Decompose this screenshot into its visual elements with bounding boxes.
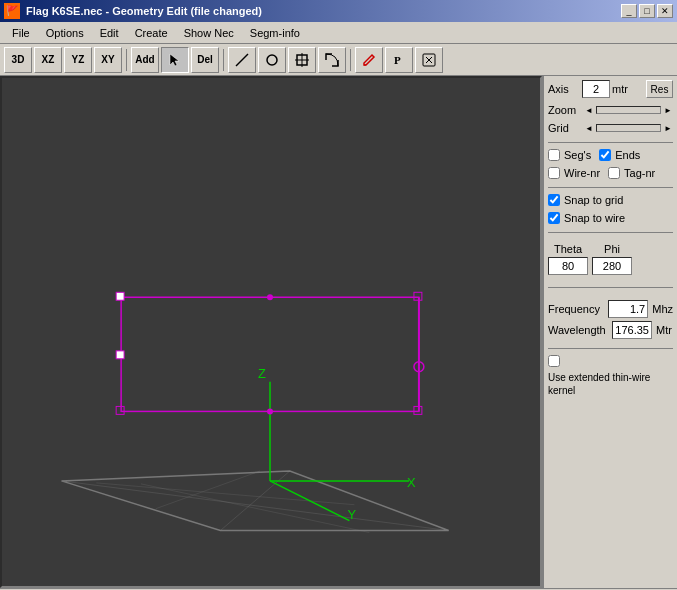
pencil-icon: [361, 52, 377, 68]
zoom-row: Zoom ◄ ►: [548, 104, 673, 116]
extended-kernel-row: Use extended thin-wire kernel: [548, 355, 673, 397]
wavelength-row: Wavelength Mtr: [548, 321, 673, 339]
tag-nr-label: Tag-nr: [624, 167, 655, 179]
svg-text:Z: Z: [258, 366, 266, 381]
menu-show-nec[interactable]: Show Nec: [176, 25, 242, 41]
grid-label: Grid: [548, 122, 580, 134]
theta-label: Theta: [554, 243, 582, 255]
p-tool-button[interactable]: P: [385, 47, 413, 73]
axis-row: Axis mtr Res: [548, 80, 673, 98]
toolbar-separator-1: [126, 49, 127, 71]
grid-track[interactable]: [596, 124, 661, 132]
panel-divider-5: [548, 348, 673, 349]
canvas-area[interactable]: Z Y X: [0, 76, 542, 588]
svg-text:X: X: [407, 475, 416, 490]
grid-row: Grid ◄ ►: [548, 122, 673, 134]
theta-phi-row: Theta Phi: [548, 243, 673, 275]
wavelength-input[interactable]: [612, 321, 652, 339]
edit-tool-button[interactable]: [355, 47, 383, 73]
phi-label: Phi: [604, 243, 620, 255]
wire-tool-button[interactable]: [228, 47, 256, 73]
menu-edit[interactable]: Edit: [92, 25, 127, 41]
view-yz-button[interactable]: YZ: [64, 47, 92, 73]
panel-divider-1: [548, 142, 673, 143]
snap-grid-checkbox[interactable]: [548, 194, 560, 206]
panel-divider-4: [548, 287, 673, 288]
ends-checkbox[interactable]: [599, 149, 611, 161]
minimize-button[interactable]: _: [621, 4, 637, 18]
arc-tool-button[interactable]: [258, 47, 286, 73]
svg-marker-0: [170, 54, 179, 66]
transform-icon: [324, 52, 340, 68]
settings-icon: [421, 52, 437, 68]
zoom-right-arrow[interactable]: ►: [663, 106, 673, 115]
res-button[interactable]: Res: [646, 80, 673, 98]
del-button[interactable]: Del: [191, 47, 219, 73]
app-icon: 🚩: [4, 3, 20, 19]
svg-rect-26: [116, 292, 124, 300]
tag-nr-checkbox[interactable]: [608, 167, 620, 179]
zoom-left-arrow[interactable]: ◄: [584, 106, 594, 115]
axis-label: Axis: [548, 83, 580, 95]
menu-create[interactable]: Create: [127, 25, 176, 41]
frequency-section: Frequency Mhz Wavelength Mtr: [548, 300, 673, 342]
toolbar-separator-3: [350, 49, 351, 71]
snap-grid-label: Snap to grid: [564, 194, 623, 206]
arrow-tool-button[interactable]: [161, 47, 189, 73]
wire-nr-row: Wire-nr Tag-nr: [548, 167, 673, 179]
arc-icon: [264, 52, 280, 68]
axis-input[interactable]: [582, 80, 610, 98]
zoom-track[interactable]: [596, 106, 661, 114]
snap-wire-label: Snap to wire: [564, 212, 625, 224]
svg-point-33: [267, 408, 273, 414]
svg-text:Y: Y: [347, 507, 356, 522]
wire-nr-checkbox[interactable]: [548, 167, 560, 179]
move-icon: [294, 52, 310, 68]
add-button[interactable]: Add: [131, 47, 159, 73]
transform-tool-button[interactable]: [318, 47, 346, 73]
grid-right-arrow[interactable]: ►: [663, 124, 673, 133]
window-title: Flag K6SE.nec - Geometry Edit (file chan…: [26, 5, 262, 17]
menu-file[interactable]: File: [4, 25, 38, 41]
view-xz-button[interactable]: XZ: [34, 47, 62, 73]
panel-divider-3: [548, 232, 673, 233]
extended-kernel-checkbox[interactable]: [548, 355, 560, 367]
frequency-row: Frequency Mhz: [548, 300, 673, 318]
frequency-input[interactable]: [608, 300, 648, 318]
wire-nr-label: Wire-nr: [564, 167, 600, 179]
view-xy-button[interactable]: XY: [94, 47, 122, 73]
segs-label: Seg's: [564, 149, 591, 161]
frequency-label: Frequency: [548, 303, 604, 315]
zoom-label: Zoom: [548, 104, 580, 116]
move-tool-button[interactable]: [288, 47, 316, 73]
snap-wire-checkbox[interactable]: [548, 212, 560, 224]
close-button[interactable]: ✕: [657, 4, 673, 18]
theta-input[interactable]: [548, 257, 588, 275]
grid-slider[interactable]: ◄ ►: [584, 124, 673, 133]
main-area: Z Y X: [0, 76, 677, 588]
ends-label: Ends: [615, 149, 640, 161]
svg-marker-6: [364, 55, 374, 65]
panel-divider-2: [548, 187, 673, 188]
grid-left-arrow[interactable]: ◄: [584, 124, 594, 133]
svg-point-32: [267, 294, 273, 300]
axis-unit: mtr: [612, 83, 644, 95]
canvas-svg: Z Y X: [2, 78, 540, 586]
snap-grid-row: Snap to grid: [548, 194, 673, 206]
svg-rect-30: [116, 351, 124, 359]
arrow-cursor-icon: [168, 52, 182, 68]
zoom-slider[interactable]: ◄ ►: [584, 106, 673, 115]
snap-wire-row: Snap to wire: [548, 212, 673, 224]
settings-tool-button[interactable]: [415, 47, 443, 73]
menu-options[interactable]: Options: [38, 25, 92, 41]
menu-bar: File Options Edit Create Show Nec Segm-i…: [0, 22, 677, 44]
segs-checkbox[interactable]: [548, 149, 560, 161]
phi-input[interactable]: [592, 257, 632, 275]
svg-text:P: P: [394, 54, 401, 66]
maximize-button[interactable]: □: [639, 4, 655, 18]
extended-kernel-label: Use extended thin-wire kernel: [548, 371, 658, 397]
phi-col: Phi: [592, 243, 632, 275]
menu-segm-info[interactable]: Segm-info: [242, 25, 308, 41]
frequency-unit: Mhz: [652, 303, 673, 315]
view-3d-button[interactable]: 3D: [4, 47, 32, 73]
